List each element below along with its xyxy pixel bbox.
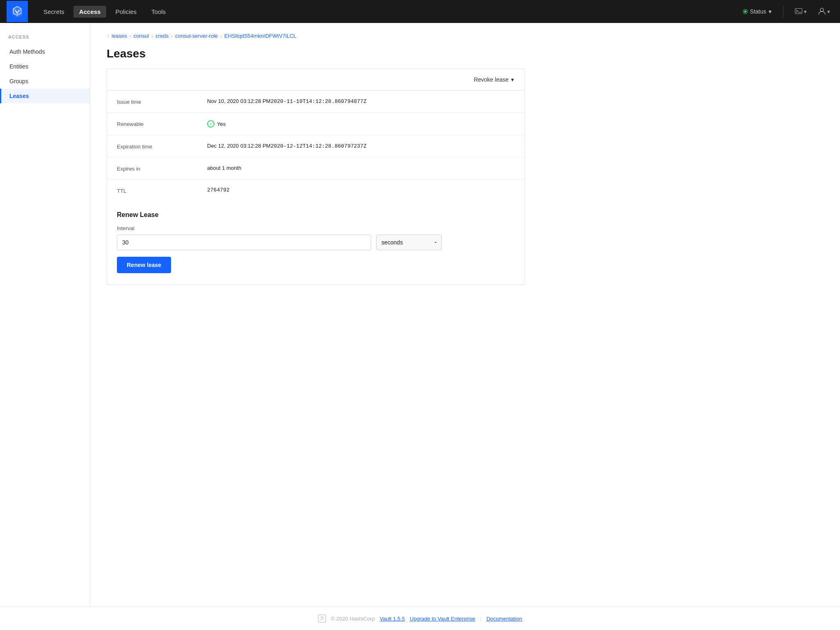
- breadcrumb-sep-0: ‹: [107, 33, 109, 39]
- nav-secrets[interactable]: Secrets: [38, 6, 70, 18]
- revoke-lease-button[interactable]: Revoke lease ▾: [470, 74, 518, 85]
- top-nav: Secrets Access Policies Tools Status ▾ ▾: [0, 0, 840, 23]
- expiration-time-iso: 2020-12-12T14:12:28.860797237Z: [271, 143, 367, 149]
- renew-lease-button[interactable]: Renew lease: [117, 257, 171, 273]
- nav-right: Status ▾ ▾ ▾: [740, 5, 833, 18]
- svg-point-1: [820, 8, 824, 11]
- status-chevron-icon: ▾: [769, 8, 772, 15]
- nav-tools[interactable]: Tools: [146, 6, 171, 18]
- sidebar: ACCESS Auth Methods Entities Groups Leas…: [0, 23, 90, 607]
- terminal-icon: [795, 8, 802, 15]
- interval-unit-select[interactable]: seconds minutes hours: [376, 235, 442, 250]
- issue-time-iso: 2020-11-10T14:12:28.860794877Z: [271, 98, 367, 105]
- breadcrumb-lease-id[interactable]: EHSltqdS54mknrDFWtV7iLCL: [224, 33, 297, 39]
- renew-section: Renew Lease Interval seconds minutes hou…: [107, 201, 525, 285]
- page-title: Leases: [107, 47, 525, 60]
- profile-button[interactable]: ▾: [815, 5, 833, 18]
- ttl-row: TTL 2764792: [107, 180, 525, 201]
- revoke-chevron-icon: ▾: [511, 76, 514, 83]
- footer-copyright: © 2020 HashiCorp: [331, 616, 375, 622]
- renewable-value: ✓ Yes: [207, 120, 226, 128]
- breadcrumb-sep-2: ‹: [151, 33, 153, 39]
- renewable-row: Renewable ✓ Yes: [107, 113, 525, 135]
- breadcrumb-consul[interactable]: consul: [134, 33, 149, 39]
- interval-label: Interval: [117, 225, 515, 231]
- footer: © 2020 HashiCorp Vault 1.5.5 Upgrade to …: [0, 607, 840, 630]
- issue-time-row: Issue time Nov 10, 2020 03:12:28 PM2020-…: [107, 91, 525, 113]
- main-layout: ACCESS Auth Methods Entities Groups Leas…: [0, 23, 840, 607]
- expires-in-row: Expires in about 1 month: [107, 158, 525, 180]
- sidebar-section-label: ACCESS: [0, 34, 90, 44]
- svg-rect-0: [795, 8, 802, 14]
- renewable-label: Renewable: [117, 120, 207, 127]
- expiration-time-row: Expiration time Dec 12, 2020 03:12:28 PM…: [107, 135, 525, 158]
- terminal-chevron-icon: ▾: [804, 9, 807, 15]
- sidebar-item-groups[interactable]: Groups: [0, 74, 90, 89]
- expires-in-label: Expires in: [117, 165, 207, 172]
- breadcrumb-sep-1: ‹: [130, 33, 131, 39]
- profile-icon: [818, 7, 826, 16]
- nav-divider: [783, 6, 783, 17]
- sidebar-item-leases[interactable]: Leases: [0, 89, 90, 103]
- lease-card: Revoke lease ▾ Issue time Nov 10, 2020 0…: [107, 68, 525, 285]
- expiration-time-display: Dec 12, 2020 03:12:28 PM: [207, 143, 271, 149]
- footer-sep: |: [480, 616, 481, 622]
- footer-logo: [318, 614, 326, 623]
- main-content: ‹ leases ‹ consul ‹ creds ‹ consul-serve…: [90, 23, 541, 607]
- issue-time-display: Nov 10, 2020 03:12:28 PM: [207, 98, 271, 104]
- breadcrumb-consul-server-role[interactable]: consul-server-role: [175, 33, 218, 39]
- breadcrumb-sep-4: ‹: [220, 33, 222, 39]
- ttl-label: TTL: [117, 187, 207, 194]
- expiration-time-value: Dec 12, 2020 03:12:28 PM2020-12-12T14:12…: [207, 143, 367, 149]
- status-button[interactable]: Status ▾: [740, 7, 775, 16]
- renewable-text: Yes: [217, 121, 226, 127]
- footer-docs-link[interactable]: Documentation: [486, 616, 522, 622]
- expires-in-value: about 1 month: [207, 165, 241, 171]
- interval-input[interactable]: [117, 235, 371, 250]
- breadcrumb: ‹ leases ‹ consul ‹ creds ‹ consul-serve…: [107, 33, 525, 39]
- issue-time-value: Nov 10, 2020 03:12:28 PM2020-11-10T14:12…: [207, 98, 367, 105]
- vault-logo[interactable]: [7, 1, 28, 22]
- ttl-value: 2764792: [207, 187, 230, 193]
- breadcrumb-creds[interactable]: creds: [155, 33, 169, 39]
- revoke-label: Revoke lease: [474, 76, 509, 83]
- sidebar-item-auth-methods[interactable]: Auth Methods: [0, 44, 90, 59]
- status-dot: [743, 9, 747, 14]
- nav-links: Secrets Access Policies Tools: [38, 6, 740, 18]
- breadcrumb-leases[interactable]: leases: [112, 33, 127, 39]
- status-label: Status: [750, 8, 766, 15]
- renew-title: Renew Lease: [117, 211, 515, 219]
- sidebar-item-entities[interactable]: Entities: [0, 59, 90, 74]
- check-icon: ✓: [207, 120, 215, 128]
- footer-version-link[interactable]: Vault 1.5.5: [380, 616, 405, 622]
- card-toolbar: Revoke lease ▾: [107, 69, 525, 91]
- nav-access[interactable]: Access: [73, 6, 107, 18]
- breadcrumb-sep-3: ‹: [171, 33, 173, 39]
- terminal-button[interactable]: ▾: [792, 6, 810, 18]
- profile-chevron-icon: ▾: [827, 9, 830, 15]
- renewable-badge: ✓ Yes: [207, 120, 226, 128]
- expiration-time-label: Expiration time: [117, 143, 207, 150]
- interval-row: seconds minutes hours: [117, 235, 515, 250]
- nav-policies[interactable]: Policies: [110, 6, 142, 18]
- footer-upgrade-link[interactable]: Upgrade to Vault Enterprise: [410, 616, 475, 622]
- issue-time-label: Issue time: [117, 98, 207, 105]
